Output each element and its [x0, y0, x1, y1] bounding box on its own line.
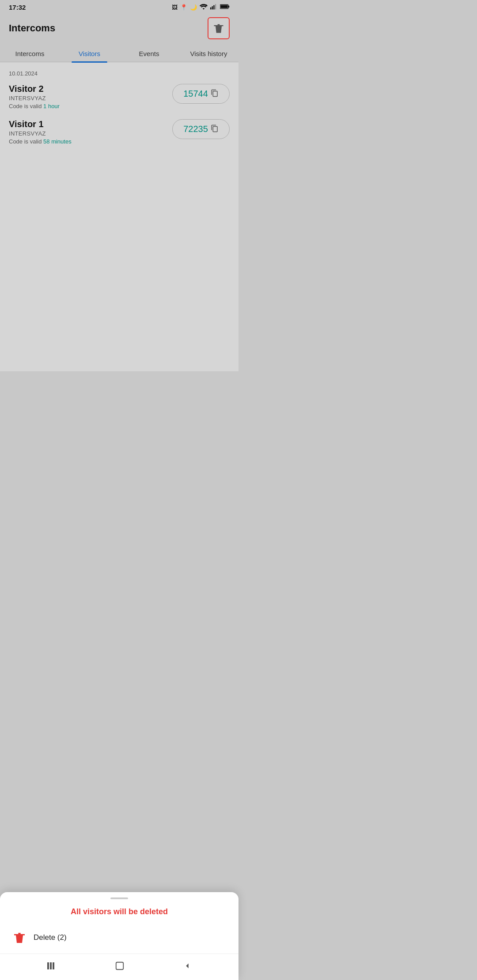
- validity-duration: 58 minutes: [43, 138, 72, 145]
- battery-icon: [220, 4, 230, 11]
- visitor-name: Visitor 2: [9, 84, 172, 94]
- visitor-validity: Code is valid 1 hour: [9, 103, 172, 109]
- visitor-org: INTERSVYAZ: [9, 130, 172, 137]
- visitor-code-badge[interactable]: 15744: [172, 84, 230, 104]
- svg-rect-1: [210, 8, 211, 10]
- tab-visitors[interactable]: Visitors: [60, 44, 119, 62]
- visitor-validity: Code is valid 58 minutes: [9, 138, 172, 145]
- visitor-card: Visitor 2 INTERSVYAZ Code is valid 1 hou…: [9, 84, 230, 109]
- svg-rect-4: [215, 4, 216, 9]
- delete-all-button[interactable]: [208, 17, 230, 39]
- tab-visits-history[interactable]: Visits history: [179, 44, 238, 62]
- tab-events[interactable]: Events: [119, 44, 179, 62]
- app-bar: Intercoms: [0, 13, 238, 44]
- location-icon: 📍: [180, 4, 187, 11]
- tab-intercoms[interactable]: Intercoms: [0, 44, 60, 62]
- page-title: Intercoms: [9, 23, 55, 34]
- visitors-list: 10.01.2024 Visitor 2 INTERSVYAZ Code is …: [0, 62, 238, 371]
- signal-icon: [210, 4, 217, 11]
- visitor-info: Visitor 1 INTERSVYAZ Code is valid 58 mi…: [9, 119, 172, 145]
- visitor-code: 15744: [183, 89, 208, 99]
- copy-icon: [211, 89, 219, 99]
- visitor-info: Visitor 2 INTERSVYAZ Code is valid 1 hou…: [9, 84, 172, 109]
- status-time: 17:32: [9, 4, 26, 11]
- svg-rect-6: [228, 6, 229, 8]
- visitor-card: Visitor 1 INTERSVYAZ Code is valid 58 mi…: [9, 119, 230, 145]
- wifi-icon: [200, 4, 208, 11]
- svg-rect-3: [213, 5, 214, 10]
- svg-rect-7: [220, 5, 228, 8]
- status-icons: 🖼 📍 🌙: [172, 4, 230, 11]
- visitor-name: Visitor 1: [9, 119, 172, 129]
- tab-bar: Intercoms Visitors Events Visits history: [0, 44, 238, 62]
- copy-icon: [211, 124, 219, 134]
- date-label: 10.01.2024: [9, 70, 230, 77]
- svg-rect-2: [212, 6, 213, 9]
- visitor-org: INTERSVYAZ: [9, 95, 172, 102]
- svg-point-0: [205, 4, 207, 6]
- visitor-code-badge[interactable]: 72235: [172, 119, 230, 139]
- image-icon: 🖼: [172, 4, 178, 11]
- validity-duration: 1 hour: [43, 103, 60, 109]
- moon-icon: 🌙: [190, 4, 197, 11]
- status-bar: 17:32 🖼 📍 🌙: [0, 0, 238, 13]
- visitor-code: 72235: [183, 124, 208, 134]
- trash-icon: [212, 22, 225, 34]
